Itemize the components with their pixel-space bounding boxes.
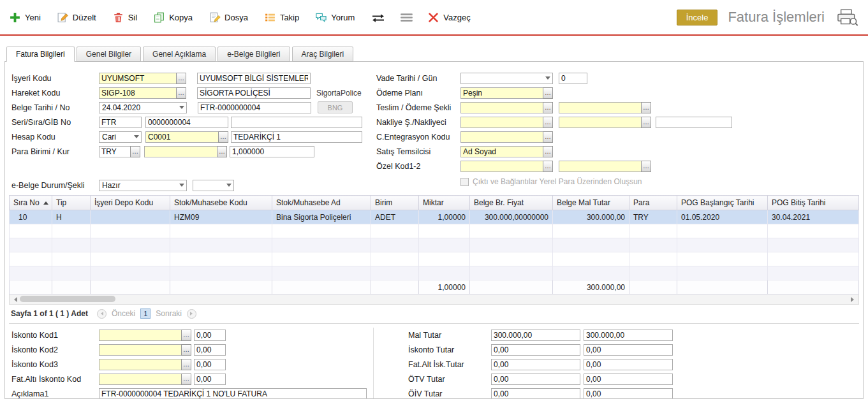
menu-button[interactable] <box>400 11 413 24</box>
iskonto-tutar-yerel-input[interactable] <box>584 344 673 356</box>
table-row-selected[interactable]: 10 H HZM09 Bina Sigorta Poliçeleri ADET … <box>10 210 859 224</box>
belge-no-input[interactable] <box>198 102 311 113</box>
column-header-mal-tutar[interactable]: Belge Mal Tutar <box>553 196 629 210</box>
iskonto-kod3-lookup-button[interactable] <box>181 359 191 370</box>
file-button[interactable]: Dosya <box>209 11 248 24</box>
tab-fatura-bilgileri[interactable]: Fatura Bilgileri <box>6 47 75 62</box>
column-header-sira-no[interactable]: Sıra No <box>10 196 52 210</box>
nakliye-ek-input[interactable] <box>656 117 732 128</box>
teslim-sekli-input[interactable] <box>460 102 543 113</box>
pager-current-page[interactable]: 1 <box>140 308 151 319</box>
tab-genel-aciklama[interactable]: Genel Açıklama <box>143 47 216 62</box>
entegrasyon-kodu-input[interactable] <box>460 131 543 143</box>
iskonto-kod1-lookup-button[interactable] <box>181 330 191 341</box>
nakliye-sekli-lookup-button[interactable] <box>543 117 553 128</box>
odeme-sekli-lookup-button[interactable] <box>641 102 651 113</box>
otv-tutar-yerel-input[interactable] <box>584 374 673 385</box>
hesap-kodu-input[interactable] <box>145 131 219 143</box>
isyeri-kodu-input[interactable] <box>99 73 177 84</box>
tab-ebelge-bilgileri[interactable]: e-Belge Bilgileri <box>217 47 290 62</box>
seri-input[interactable] <box>99 117 142 128</box>
hesap-tipi-select[interactable]: Cari <box>99 131 142 143</box>
delete-button[interactable]: Sil <box>112 11 137 24</box>
scroll-left-arrow-icon[interactable] <box>10 294 19 304</box>
kur-input[interactable] <box>230 146 314 157</box>
fat-alt-isk-tutar-yerel-input[interactable] <box>584 359 673 370</box>
yerel-para-checkbox[interactable] <box>460 178 469 186</box>
incele-button[interactable]: İncele <box>677 10 718 25</box>
iskonto-oran1-input[interactable] <box>194 330 226 341</box>
iskonto-kod1-input[interactable] <box>99 330 182 341</box>
vade-tarihi-datepicker[interactable] <box>460 73 553 84</box>
hesap-adi-input[interactable] <box>231 131 362 143</box>
otv-tutar-input[interactable] <box>491 374 580 385</box>
hareket-adi-input[interactable] <box>197 87 311 99</box>
ozel-kod1-lookup-button[interactable] <box>543 161 553 172</box>
belge-tarihi-datepicker[interactable]: 24.04.2020 <box>99 102 187 113</box>
pager-prev-label[interactable]: Önceki <box>112 309 135 318</box>
edit-button[interactable]: Düzelt <box>57 11 96 24</box>
satis-temsilcisi-lookup-button[interactable] <box>543 146 553 157</box>
oiv-tutar-input[interactable] <box>491 388 580 399</box>
kur-kodu-input[interactable] <box>144 146 217 157</box>
aciklama1-input[interactable] <box>99 388 367 399</box>
teslim-sekli-lookup-button[interactable] <box>543 102 553 113</box>
mal-tutar-yerel-input[interactable] <box>584 330 673 341</box>
ebelge-sekli-select[interactable] <box>193 180 234 191</box>
cancel-button[interactable]: Vazgeç <box>427 11 470 24</box>
fat-alti-oran-input[interactable] <box>194 374 226 385</box>
nakliyeci-input[interactable] <box>559 117 642 128</box>
iskonto-kod2-lookup-button[interactable] <box>181 344 191 356</box>
fat-alt-isk-tutar-input[interactable] <box>491 359 580 370</box>
isyeri-kodu-lookup-button[interactable] <box>176 73 186 84</box>
iskonto-tutar-input[interactable] <box>491 344 580 356</box>
column-header-pog-bitis[interactable]: POG Bitiş Tarihi <box>768 196 859 210</box>
column-header-stok-ad[interactable]: Stok/Muhasebe Ad <box>272 196 371 210</box>
nakliyeci-lookup-button[interactable] <box>641 117 651 128</box>
follow-button[interactable]: Takip <box>264 11 299 24</box>
isyeri-adi-input[interactable] <box>197 73 311 84</box>
iskonto-kod3-input[interactable] <box>99 359 182 370</box>
horizontal-scrollbar[interactable] <box>9 294 859 305</box>
scrollbar-thumb[interactable] <box>20 296 115 302</box>
odeme-plani-input[interactable] <box>460 87 543 99</box>
hareket-kodu-input[interactable] <box>99 87 177 99</box>
vade-gun-input[interactable] <box>559 73 587 84</box>
column-header-miktar[interactable]: Miktar <box>419 196 470 210</box>
tab-genel-bilgiler[interactable]: Genel Bilgiler <box>77 47 141 62</box>
comment-button[interactable]: Yorum <box>315 11 355 24</box>
new-button[interactable]: Yeni <box>9 11 41 24</box>
column-header-tip[interactable]: Tip <box>52 196 91 210</box>
column-header-para[interactable]: Para <box>629 196 677 210</box>
pager-next-icon[interactable] <box>187 309 196 319</box>
column-header-br-fiyat[interactable]: Belge Br. Fiyat <box>470 196 553 210</box>
ozel-kod2-input[interactable] <box>559 161 642 172</box>
sira-input[interactable] <box>145 117 228 128</box>
satis-temsilcisi-input[interactable] <box>460 146 543 157</box>
column-header-pog-baslangic[interactable]: POG Başlangıç Tarihi <box>677 196 768 210</box>
print-preview-icon[interactable] <box>835 8 859 26</box>
nakliye-sekli-input[interactable] <box>460 117 543 128</box>
ebelge-durum-select[interactable]: Hazır <box>99 180 187 191</box>
para-birimi-input[interactable] <box>99 146 131 157</box>
entegrasyon-kodu-lookup-button[interactable] <box>543 131 553 143</box>
scroll-right-arrow-icon[interactable] <box>849 294 858 304</box>
pager-prev-icon[interactable] <box>97 309 107 319</box>
column-header-stok-kodu[interactable]: Stok/Muhasebe Kodu <box>170 196 272 210</box>
column-header-depo-kodu[interactable]: İşyeri Depo Kodu <box>91 196 170 210</box>
gib-no-input[interactable] <box>231 117 362 128</box>
odeme-sekli-input[interactable] <box>559 102 642 113</box>
copy-button[interactable]: Kopya <box>153 11 193 24</box>
mal-tutar-input[interactable] <box>491 330 580 341</box>
kur-kodu-lookup-button[interactable] <box>217 146 227 157</box>
odeme-plani-lookup-button[interactable] <box>543 87 553 99</box>
ozel-kod2-lookup-button[interactable] <box>641 161 651 172</box>
iskonto-oran3-input[interactable] <box>194 359 226 370</box>
transfer-button[interactable] <box>371 11 386 24</box>
para-birimi-lookup-button[interactable] <box>130 146 140 157</box>
bng-button[interactable]: BNG <box>318 101 353 113</box>
oiv-tutar-yerel-input[interactable] <box>584 388 673 399</box>
fat-alti-iskonto-lookup-button[interactable] <box>181 374 191 385</box>
hesap-kodu-lookup-button[interactable] <box>218 131 228 143</box>
iskonto-oran2-input[interactable] <box>194 344 226 356</box>
